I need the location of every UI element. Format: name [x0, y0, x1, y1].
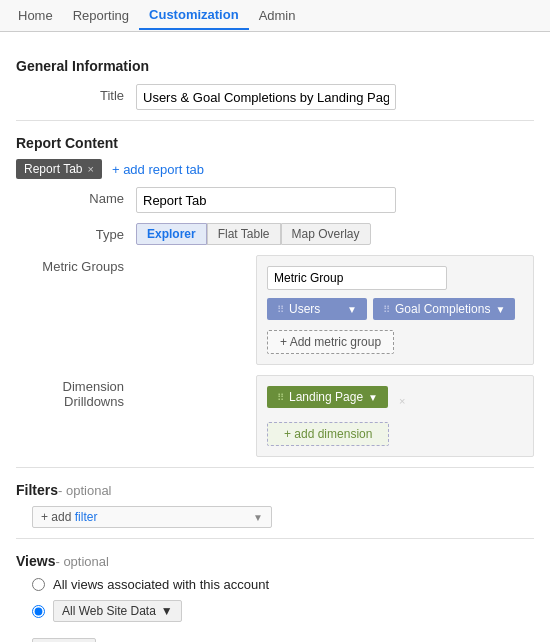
dimension-close-icon[interactable]: × — [399, 395, 405, 407]
views-dropdown[interactable]: All Web Site Data ▼ — [53, 600, 182, 622]
nav-admin[interactable]: Admin — [249, 2, 306, 29]
metric-group-name-input[interactable] — [267, 266, 447, 290]
name-input[interactable] — [136, 187, 396, 213]
radio-row-all-views: All views associated with this account — [32, 577, 534, 592]
title-field-container — [136, 84, 534, 110]
top-navigation: Home Reporting Customization Admin — [0, 0, 550, 32]
title-input[interactable] — [136, 84, 396, 110]
divider-1 — [16, 120, 534, 121]
title-label: Title — [16, 84, 136, 103]
add-report-tab-link[interactable]: + add report tab — [112, 162, 204, 177]
dimension-drilldowns-label: Dimension Drilldowns — [16, 375, 136, 409]
dimension-pill-row: ⠿ Landing Page ▼ × — [267, 386, 523, 416]
filter-dropdown-arrow: ▼ — [253, 512, 263, 523]
report-tab-label: Report Tab — [24, 162, 82, 176]
filters-section: Filters- optional + add filter ▼ — [16, 482, 534, 528]
report-tab-close[interactable]: × — [87, 163, 93, 175]
radio-all-views[interactable] — [32, 578, 45, 591]
actions-row: Save Cancel — [16, 638, 534, 642]
dimension-area-container: ⠿ Landing Page ▼ × + add dimension — [136, 375, 534, 457]
dimension-area: ⠿ Landing Page ▼ × + add dimension — [256, 375, 534, 457]
type-buttons-container: Explorer Flat Table Map Overlay — [136, 223, 534, 245]
dimension-pill-label: Landing Page — [289, 390, 363, 404]
name-label: Name — [16, 187, 136, 206]
radio-web-site-data[interactable] — [32, 605, 45, 618]
filter-bar[interactable]: + add filter ▼ — [32, 506, 272, 528]
metric-pills-row: ⠿ Users ▼ ⠿ Goal Completions ▼ — [267, 298, 523, 320]
report-tabs-row: Report Tab × + add report tab — [16, 159, 534, 179]
radio-row-web-site-data: All Web Site Data ▼ — [32, 600, 534, 622]
metric-pill-goal-completions[interactable]: ⠿ Goal Completions ▼ — [373, 298, 515, 320]
type-label: Type — [16, 223, 136, 242]
add-filter-label: + add — [41, 510, 71, 524]
nav-customization[interactable]: Customization — [139, 1, 249, 30]
divider-3 — [16, 538, 534, 539]
report-content-title: Report Content — [16, 135, 534, 151]
views-optional: - optional — [55, 554, 108, 569]
drag-handle-users: ⠿ — [277, 304, 284, 315]
type-row: Type Explorer Flat Table Map Overlay — [16, 223, 534, 245]
metric-groups-area: ⠿ Users ▼ ⠿ Goal Completions ▼ + Add met… — [256, 255, 534, 365]
filters-title: Filters- optional — [16, 482, 534, 498]
nav-reporting[interactable]: Reporting — [63, 2, 139, 29]
save-button[interactable]: Save — [32, 638, 96, 642]
main-content: General Information Title Report Content… — [0, 32, 550, 642]
metric-pill-goal-arrow: ▼ — [495, 304, 505, 315]
metric-groups-row: Metric Groups ⠿ Users ▼ ⠿ Goal Completio… — [16, 255, 534, 365]
divider-2 — [16, 467, 534, 468]
type-btn-flat-table[interactable]: Flat Table — [207, 223, 281, 245]
metric-pill-users-label: Users — [289, 302, 320, 316]
filters-optional: - optional — [58, 483, 111, 498]
add-metric-group-button[interactable]: + Add metric group — [267, 330, 394, 354]
title-row: Title — [16, 84, 534, 110]
name-row: Name — [16, 187, 534, 213]
add-dimension-button[interactable]: + add dimension — [267, 422, 389, 446]
drag-handle-dimension: ⠿ — [277, 392, 284, 403]
dimension-drilldowns-row: Dimension Drilldowns ⠿ Landing Page ▼ × … — [16, 375, 534, 457]
metric-pill-users[interactable]: ⠿ Users ▼ — [267, 298, 367, 320]
filter-link[interactable]: filter — [75, 510, 98, 524]
views-dropdown-arrow: ▼ — [161, 604, 173, 618]
type-button-group: Explorer Flat Table Map Overlay — [136, 223, 534, 245]
metric-groups-label: Metric Groups — [16, 255, 136, 274]
views-title: Views- optional — [16, 553, 534, 569]
metric-pill-users-arrow: ▼ — [347, 304, 357, 315]
nav-home[interactable]: Home — [8, 2, 63, 29]
type-btn-map-overlay[interactable]: Map Overlay — [281, 223, 371, 245]
views-dropdown-label: All Web Site Data — [62, 604, 156, 618]
report-tab-badge: Report Tab × — [16, 159, 102, 179]
cancel-button[interactable]: Cancel — [106, 638, 146, 642]
type-btn-explorer[interactable]: Explorer — [136, 223, 207, 245]
drag-handle-goal: ⠿ — [383, 304, 390, 315]
dimension-pill-landing-page[interactable]: ⠿ Landing Page ▼ — [267, 386, 388, 408]
dimension-pill-arrow: ▼ — [368, 392, 378, 403]
name-field-container — [136, 187, 534, 213]
views-section: Views- optional All views associated wit… — [16, 553, 534, 622]
metric-pill-goal-label: Goal Completions — [395, 302, 490, 316]
radio-all-views-label: All views associated with this account — [53, 577, 269, 592]
general-info-title: General Information — [16, 58, 534, 74]
metric-groups-area-container: ⠿ Users ▼ ⠿ Goal Completions ▼ + Add met… — [136, 255, 534, 365]
